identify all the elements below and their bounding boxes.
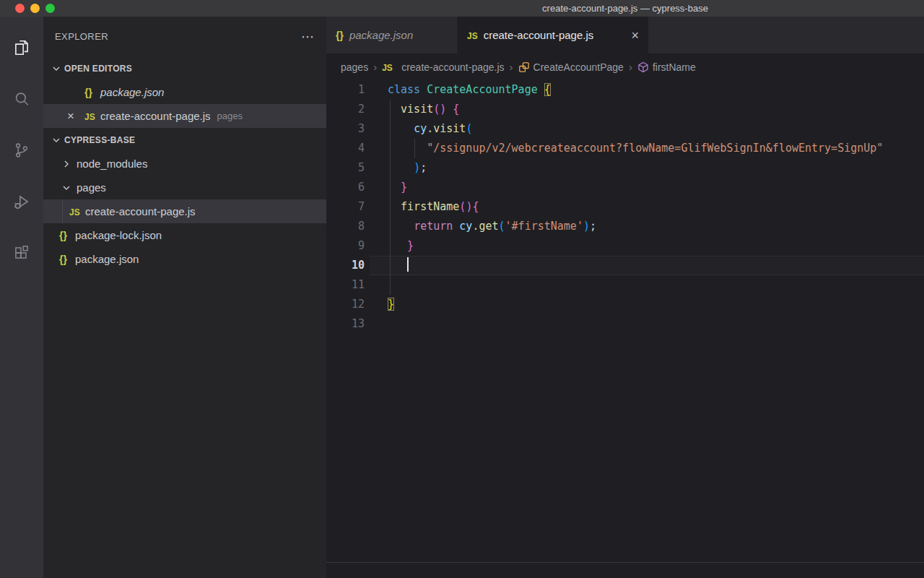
close-window-button[interactable] — [15, 4, 25, 13]
activity-bar — [0, 17, 43, 578]
line-content[interactable]: firstName(){ — [370, 197, 924, 217]
file-description: pages — [217, 111, 243, 121]
tab-label: create-account-page.js — [484, 29, 594, 41]
line-number: 7 — [326, 197, 370, 217]
breadcrumb-separator: › — [629, 61, 632, 73]
js-file-icon: JS — [467, 29, 478, 41]
breadcrumb-separator: › — [373, 61, 377, 73]
indent-guide — [390, 119, 391, 139]
breadcrumb: pages›JScreate-account-page.js›CreateAcc… — [326, 53, 924, 80]
line-content[interactable]: visit() { — [370, 100, 924, 119]
chevron-down-icon — [51, 134, 62, 146]
breadcrumb-label: CreateAccountPage — [533, 61, 624, 73]
breadcrumb-item-create-account-page.js[interactable]: JScreate-account-page.js — [382, 61, 504, 73]
line-content[interactable]: "/ssignup/v2/webcreateaccount?flowName=G… — [370, 139, 924, 158]
indent-guide — [390, 236, 391, 256]
line-number: 6 — [326, 178, 370, 197]
tree-folder-node_modules[interactable]: node_modules — [43, 152, 326, 176]
tree-folder-pages[interactable]: pages — [43, 176, 326, 199]
code-line-12[interactable]: 12} — [326, 295, 924, 314]
code-line-3[interactable]: 3 cy.visit( — [326, 119, 924, 139]
code-line-11[interactable]: 11 — [326, 275, 924, 295]
open-editor-item[interactable]: ×JScreate-account-page.jspages — [43, 104, 326, 128]
editor-group: {}package.jsonJScreate-account-page.js× … — [326, 17, 924, 578]
line-number: 4 — [326, 139, 370, 158]
activity-item-search[interactable] — [4, 78, 39, 123]
js-file-icon: JS — [69, 205, 85, 217]
line-content[interactable]: cy.visit( — [370, 119, 924, 139]
indent-guide — [390, 100, 391, 119]
source-control-icon — [12, 141, 31, 163]
line-content[interactable]: } — [370, 236, 924, 256]
code-line-6[interactable]: 6 } — [326, 178, 924, 197]
line-content[interactable]: ); — [370, 158, 924, 178]
breadcrumb-item-pages[interactable]: pages — [341, 61, 368, 73]
tree-file-create-account-page.js[interactable]: JScreate-account-page.js — [43, 199, 326, 223]
tab-label: package.json — [349, 29, 413, 41]
line-number: 2 — [326, 100, 370, 119]
folder-name: pages — [77, 181, 106, 194]
line-number: 9 — [326, 236, 370, 256]
open-editor-item[interactable]: {}package.json — [43, 80, 326, 104]
tree-file-package.json[interactable]: {}package.json — [43, 247, 326, 271]
breadcrumb-label: firstName — [653, 61, 696, 73]
tree-file-package-lock.json[interactable]: {}package-lock.json — [43, 223, 326, 247]
indent-guide — [390, 158, 391, 178]
activity-item-run-and-debug[interactable] — [4, 181, 39, 225]
text-cursor — [407, 257, 409, 272]
file-name: create-account-page.js — [85, 205, 196, 217]
line-content[interactable] — [370, 275, 924, 295]
method-icon — [637, 61, 649, 73]
json-file-icon: {} — [59, 229, 75, 241]
activity-item-explorer[interactable] — [4, 27, 39, 72]
activity-item-extensions[interactable] — [4, 232, 39, 277]
minimize-window-button[interactable] — [30, 4, 40, 13]
code-line-9[interactable]: 9 } — [326, 236, 924, 256]
panel-divider — [326, 562, 924, 563]
indent-guide — [390, 256, 391, 275]
close-tab-icon[interactable]: × — [631, 30, 639, 41]
explorer-sidebar: EXPLORER ⋯ OPEN EDITORS{}package.json×JS… — [43, 17, 326, 578]
indent-guide — [390, 197, 391, 217]
code-line-10[interactable]: 10 — [326, 256, 924, 275]
json-file-icon: {} — [59, 253, 75, 265]
code-line-4[interactable]: 4 "/ssignup/v2/webcreateaccount?flowName… — [326, 139, 924, 158]
line-content[interactable]: } — [370, 178, 924, 197]
line-content[interactable] — [370, 256, 924, 275]
close-editor-icon[interactable]: × — [67, 111, 84, 122]
line-number: 10 — [326, 256, 370, 275]
section-folder-root[interactable]: CYPRESS-BASE — [43, 128, 326, 152]
code-editor[interactable]: 1class CreateAccountPage {2 visit() {3 c… — [326, 80, 924, 578]
file-name: create-account-page.js — [100, 110, 211, 122]
more-actions-icon[interactable]: ⋯ — [301, 33, 315, 40]
section-open-editors[interactable]: OPEN EDITORS — [43, 56, 326, 80]
code-line-1[interactable]: 1class CreateAccountPage { — [326, 80, 924, 100]
sidebar-header: EXPLORER ⋯ — [43, 17, 326, 56]
window-title: create-account-page.js — cypress-base — [326, 0, 924, 17]
tab-create-account-page.js[interactable]: JScreate-account-page.js× — [458, 17, 648, 53]
indent-guide — [390, 217, 391, 236]
tab-package.json[interactable]: {}package.json — [326, 17, 458, 53]
line-content[interactable]: class CreateAccountPage { — [370, 80, 924, 100]
line-number: 3 — [326, 119, 370, 139]
line-number: 1 — [326, 80, 370, 100]
file-name: package.json — [100, 86, 164, 98]
line-content[interactable] — [370, 314, 924, 334]
code-line-8[interactable]: 8 return cy.get('#firstName'); — [326, 217, 924, 236]
run-debug-icon — [12, 192, 31, 214]
line-content[interactable]: } — [370, 295, 924, 314]
line-content[interactable]: return cy.get('#firstName'); — [370, 217, 924, 236]
code-line-2[interactable]: 2 visit() { — [326, 100, 924, 119]
code-line-7[interactable]: 7 firstName(){ — [326, 197, 924, 217]
section-label: CYPRESS-BASE — [64, 135, 135, 145]
indent-guide — [390, 139, 391, 158]
breadcrumb-item-CreateAccountPage[interactable]: CreateAccountPage — [518, 61, 624, 73]
window-titlebar: create-account-page.js — cypress-base — [0, 0, 924, 17]
breadcrumb-item-firstName[interactable]: firstName — [637, 61, 696, 73]
code-line-5[interactable]: 5 ); — [326, 158, 924, 178]
indent-guide — [390, 275, 391, 295]
activity-item-source-control[interactable] — [4, 129, 39, 174]
zoom-window-button[interactable] — [45, 4, 55, 13]
chevron-right-icon — [61, 158, 72, 170]
code-line-13[interactable]: 13 — [326, 314, 924, 334]
